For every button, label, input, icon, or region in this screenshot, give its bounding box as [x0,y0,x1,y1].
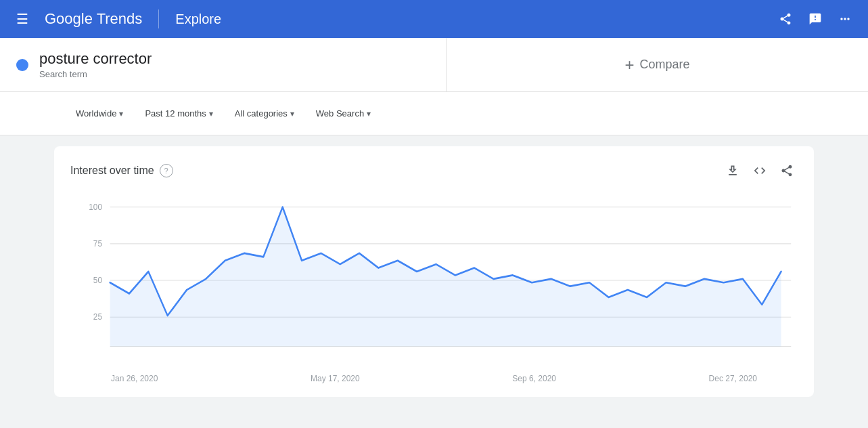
app-logo: Google Trends [45,10,142,28]
main-content: Interest over time ? [0,135,868,408]
svg-text:100: 100 [89,202,102,212]
trend-chart: 100 75 50 25 [70,192,798,368]
svg-text:50: 50 [93,276,102,286]
x-label-may: May 17, 2020 [311,374,360,383]
websearch-chevron-icon: ▾ [367,109,371,119]
filter-worldwide[interactable]: Worldwide ▾ [68,103,131,124]
term-indicator-dot [16,59,28,71]
filter-allcategories[interactable]: All categories ▾ [227,103,302,124]
apps-icon[interactable] [833,7,857,31]
chart-actions [722,160,798,181]
chart-help-icon[interactable]: ? [160,164,173,177]
svg-text:75: 75 [93,239,102,249]
chart-card: Interest over time ? [54,146,814,397]
search-term-section: posture corrector Search term [0,38,447,91]
x-label-dec: Dec 27, 2020 [709,374,757,383]
filter-bar: Worldwide ▾ Past 12 months ▾ All categor… [0,92,868,135]
term-info: posture corrector Search term [39,50,152,79]
term-name: posture corrector [39,50,152,68]
x-label-sep: Sep 6, 2020 [512,374,556,383]
feedback-icon[interactable] [803,7,827,31]
filter-allcategories-label: All categories [235,108,288,119]
chart-header: Interest over time ? [70,160,798,181]
share-icon[interactable] [773,7,798,31]
worldwide-chevron-icon: ▾ [119,109,123,119]
search-area: posture corrector Search term + Compare [0,38,868,92]
allcategories-chevron-icon: ▾ [290,109,294,119]
filter-past12months[interactable]: Past 12 months ▾ [137,103,221,124]
compare-plus-icon: + [624,56,634,74]
download-icon[interactable] [722,160,744,181]
x-axis-labels: Jan 26, 2020 May 17, 2020 Sep 6, 2020 De… [70,371,798,383]
google-trends-logo-text: Google Trends [45,10,142,28]
term-type: Search term [39,69,152,79]
compare-section[interactable]: + Compare [447,38,868,91]
explore-label: Explore [175,12,221,27]
chart-title-area: Interest over time ? [70,164,173,177]
chart-container: 100 75 50 25 Jan 26, 2020 May 17, 2020 S… [70,192,798,383]
filter-websearch[interactable]: Web Search ▾ [308,103,379,124]
app-header: ☰ Google Trends Explore [0,0,868,38]
svg-marker-9 [110,207,781,347]
header-divider [158,9,159,28]
header-icons [773,7,857,31]
menu-icon[interactable]: ☰ [11,5,34,33]
chart-title: Interest over time [70,165,154,177]
filter-websearch-label: Web Search [316,108,364,119]
past12months-chevron-icon: ▾ [209,109,213,119]
filter-worldwide-label: Worldwide [76,108,116,119]
x-label-jan: Jan 26, 2020 [111,374,158,383]
share-chart-icon[interactable] [776,160,798,181]
filter-past12months-label: Past 12 months [145,108,206,119]
embed-icon[interactable] [749,160,771,181]
svg-text:25: 25 [93,312,102,322]
compare-label: Compare [639,58,689,72]
